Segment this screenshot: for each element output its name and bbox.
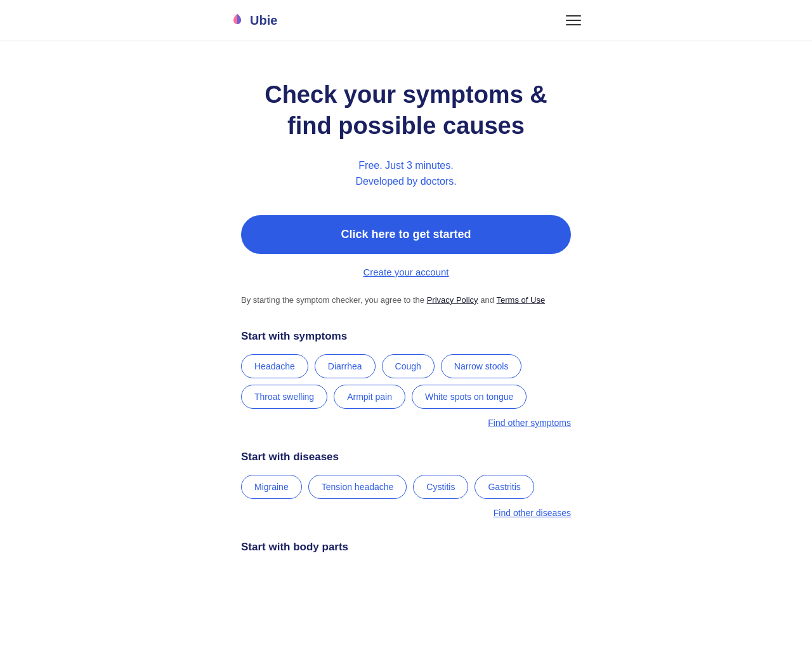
symptom-tag-throat-swelling[interactable]: Throat swelling bbox=[241, 385, 327, 409]
disease-tag-gastritis[interactable]: Gastritis bbox=[475, 475, 534, 499]
privacy-policy-link[interactable]: Privacy Policy bbox=[427, 295, 478, 305]
hero-title: Check your symptoms & find possible caus… bbox=[241, 79, 571, 142]
symptom-tag-diarrhea[interactable]: Diarrhea bbox=[315, 354, 376, 378]
symptom-tag-narrow-stools[interactable]: Narrow stools bbox=[441, 354, 522, 378]
symptom-tag-armpit-pain[interactable]: Armpit pain bbox=[334, 385, 405, 409]
main-content: Check your symptoms & find possible caus… bbox=[228, 41, 584, 602]
terms-prefix: By starting the symptom checker, you agr… bbox=[241, 295, 424, 305]
logo-text: Ubie bbox=[250, 13, 277, 28]
disease-tag-tension-headache[interactable]: Tension headache bbox=[308, 475, 407, 499]
body-parts-section: Start with body parts bbox=[241, 541, 571, 554]
diseases-section-title: Start with diseases bbox=[241, 451, 571, 463]
body-parts-section-title: Start with body parts bbox=[241, 541, 571, 554]
terms-text: By starting the symptom checker, you agr… bbox=[241, 295, 571, 305]
hero-section: Check your symptoms & find possible caus… bbox=[241, 79, 571, 305]
disease-tag-migraine[interactable]: Migraine bbox=[241, 475, 302, 499]
symptom-tag-headache[interactable]: Headache bbox=[241, 354, 308, 378]
hamburger-menu-button[interactable] bbox=[563, 13, 584, 28]
symptom-tag-white-spots-on-tongue[interactable]: White spots on tongue bbox=[412, 385, 527, 409]
terms-of-use-link[interactable]: Terms of Use bbox=[497, 295, 546, 305]
find-other-symptoms-link[interactable]: Find other symptoms bbox=[241, 418, 571, 428]
get-started-button[interactable]: Click here to get started bbox=[241, 215, 571, 254]
logo[interactable]: Ubie bbox=[228, 11, 277, 29]
hero-title-line2: find possible causes bbox=[287, 112, 525, 139]
symptoms-section-title: Start with symptoms bbox=[241, 330, 571, 343]
hamburger-line-1 bbox=[566, 15, 581, 17]
diseases-section: Start with diseases Migraine Tension hea… bbox=[241, 451, 571, 518]
create-account-link[interactable]: Create your account bbox=[241, 267, 571, 277]
hero-subtitle-line2: Developed by doctors. bbox=[355, 176, 456, 187]
disease-tag-cystitis[interactable]: Cystitis bbox=[413, 475, 468, 499]
hero-subtitle-line1: Free. Just 3 minutes. bbox=[358, 160, 453, 171]
hero-subtitle: Free. Just 3 minutes. Developed by docto… bbox=[241, 157, 571, 190]
symptoms-tags-container: Headache Diarrhea Cough Narrow stools Th… bbox=[241, 354, 571, 409]
find-other-diseases-link[interactable]: Find other diseases bbox=[241, 508, 571, 518]
diseases-tags-container: Migraine Tension headache Cystitis Gastr… bbox=[241, 475, 571, 499]
symptoms-section: Start with symptoms Headache Diarrhea Co… bbox=[241, 330, 571, 428]
hamburger-line-3 bbox=[566, 24, 581, 25]
symptom-tag-cough[interactable]: Cough bbox=[382, 354, 435, 378]
ubie-logo-icon bbox=[228, 11, 246, 29]
terms-and: and bbox=[480, 295, 494, 305]
header: Ubie bbox=[0, 0, 812, 41]
hero-title-line1: Check your symptoms & bbox=[265, 81, 547, 108]
hamburger-line-2 bbox=[566, 20, 581, 21]
